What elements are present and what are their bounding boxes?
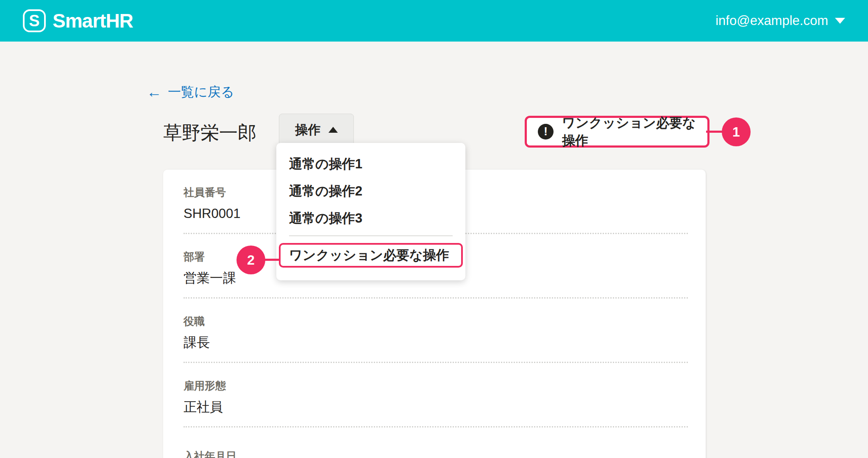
menu-item-normal-2[interactable]: 通常の操作2 — [276, 178, 465, 205]
callout1-connector-line — [706, 131, 724, 133]
callout2-connector-line — [263, 259, 281, 261]
menu-item-confirmation-required[interactable]: ワンクッション必要な操作 — [279, 243, 463, 268]
page-title: 草野栄一郎 — [163, 120, 256, 145]
exclamation-circle-icon: ! — [538, 124, 554, 140]
action-dropdown-button[interactable]: 操作 — [279, 114, 354, 146]
callout1-number-badge: 1 — [722, 117, 751, 146]
chevron-up-icon — [328, 127, 338, 133]
field-row-hire-date: 入社年月日 — [163, 427, 706, 458]
account-menu[interactable]: info@example.com — [715, 13, 845, 28]
back-to-list-link[interactable]: ← 一覧に戻る — [147, 83, 234, 101]
back-arrow-icon: ← — [147, 84, 162, 100]
app-header: S SmartHR info@example.com — [0, 0, 868, 42]
field-label: 入社年月日 — [184, 450, 688, 458]
chevron-down-icon — [835, 18, 845, 24]
field-row-employment-type: 雇用形態 正社員 — [163, 363, 706, 427]
field-value: 課長 — [184, 335, 688, 350]
field-label: 役職 — [184, 315, 688, 327]
brand-name: SmartHR — [53, 9, 133, 32]
account-email: info@example.com — [715, 13, 828, 28]
callout1-label: ワンクッション必要な操作 — [562, 114, 707, 150]
menu-item-normal-1[interactable]: 通常の操作1 — [276, 151, 465, 178]
field-label: 雇用形態 — [184, 379, 688, 392]
field-row-position: 役職 課長 — [163, 299, 706, 363]
smarthr-logo-icon: S — [23, 9, 46, 32]
screen: S SmartHR info@example.com ← 一覧に戻る 草野栄一郎… — [0, 0, 868, 458]
smarthr-logo[interactable]: S SmartHR — [23, 9, 133, 32]
action-dropdown-menu: 通常の操作1 通常の操作2 通常の操作3 ワンクッション必要な操作 — [276, 143, 465, 280]
menu-item-normal-3[interactable]: 通常の操作3 — [276, 205, 465, 232]
action-button-label: 操作 — [295, 121, 321, 139]
callout2-number-badge: 2 — [236, 246, 265, 274]
menu-divider — [289, 235, 453, 236]
field-value: 正社員 — [184, 399, 688, 415]
back-link-label: 一覧に戻る — [168, 83, 234, 101]
callout1-target-box: ! ワンクッション必要な操作 — [525, 116, 709, 148]
